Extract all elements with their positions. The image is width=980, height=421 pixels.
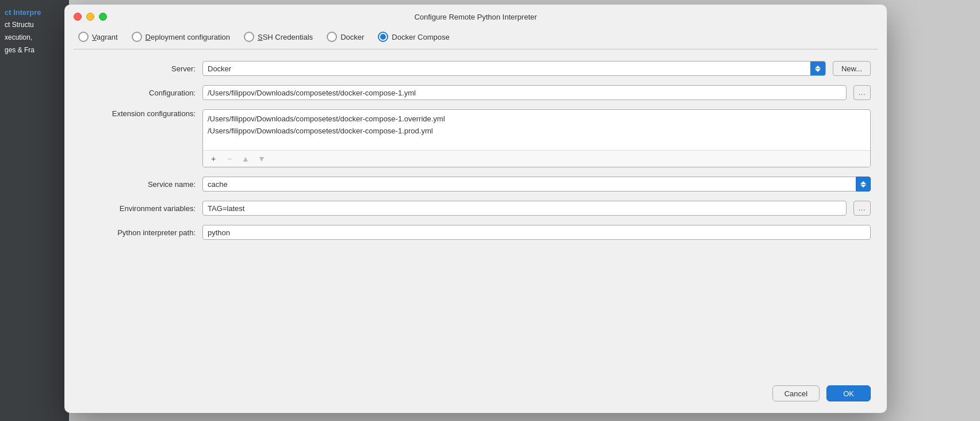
ide-line-3: xecution, <box>5 32 64 44</box>
close-button[interactable] <box>74 13 82 21</box>
ext-config-item-0: /Users/filippov/Downloads/composetest/do… <box>208 113 866 125</box>
interpreter-type-bar: Vagrant Deployment configuration SSH Cre… <box>64 27 887 49</box>
ide-sidebar-text: ct Interpre ct Structu xecution, ges & F… <box>0 0 69 62</box>
env-variables-row: Environment variables: ... <box>81 201 871 216</box>
radio-ssh-label: SSH Credentials <box>258 33 313 41</box>
new-server-button[interactable]: New... <box>833 61 871 76</box>
ide-line-4: ges & Fra <box>5 44 64 57</box>
extension-config-row: Extension configurations: /Users/filippo… <box>81 109 871 167</box>
service-select-arrow[interactable] <box>856 177 871 192</box>
radio-vagrant[interactable] <box>78 32 89 42</box>
radio-option-deployment[interactable]: Deployment configuration <box>132 32 230 42</box>
traffic-lights <box>74 13 107 21</box>
interpreter-path-input[interactable] <box>202 225 871 240</box>
ok-button[interactable]: OK <box>826 385 871 401</box>
service-name-input[interactable] <box>202 177 856 192</box>
configuration-input[interactable] <box>202 85 847 100</box>
service-arrow-up-icon <box>860 181 866 184</box>
extension-config-list: /Users/filippov/Downloads/composetest/do… <box>203 110 870 150</box>
ide-background: ct Interpre ct Structu xecution, ges & F… <box>0 0 69 421</box>
radio-docker-label: Docker <box>340 33 364 41</box>
arrow-down-icon <box>815 69 821 72</box>
remove-ext-config-button[interactable]: − <box>224 153 235 164</box>
service-name-label: Service name: <box>81 180 196 189</box>
ide-line-2: ct Structu <box>5 19 64 32</box>
add-ext-config-button[interactable]: + <box>208 153 219 164</box>
form-body: Server: Docker New... Configuration: ...… <box>64 49 887 376</box>
service-arrow-down-icon <box>860 185 866 187</box>
server-select-wrapper: Docker <box>202 61 826 76</box>
interpreter-path-row: Python interpreter path: <box>81 225 871 240</box>
extension-config-label: Extension configurations: <box>81 109 196 118</box>
server-row: Server: Docker New... <box>81 61 871 76</box>
env-variables-input[interactable] <box>202 201 847 216</box>
title-bar: Configure Remote Python Interpreter <box>64 5 887 27</box>
server-select-arrow[interactable] <box>810 62 825 75</box>
radio-option-docker-compose[interactable]: Docker Compose <box>378 32 449 42</box>
env-variables-browse-button[interactable]: ... <box>853 201 871 216</box>
configure-interpreter-dialog: Configure Remote Python Interpreter Vagr… <box>64 5 887 413</box>
maximize-button[interactable] <box>99 13 107 21</box>
move-up-ext-config-button[interactable]: ▲ <box>240 153 251 164</box>
radio-docker-compose[interactable] <box>378 32 388 42</box>
cancel-button[interactable]: Cancel <box>772 385 820 401</box>
dialog-footer: Cancel OK <box>64 376 887 413</box>
radio-option-ssh[interactable]: SSH Credentials <box>244 32 313 42</box>
server-label: Server: <box>81 64 196 73</box>
extension-config-group: /Users/filippov/Downloads/composetest/do… <box>202 109 871 167</box>
radio-docker[interactable] <box>327 32 337 42</box>
radio-vagrant-label: Vagrant <box>92 33 118 41</box>
radio-option-docker[interactable]: Docker <box>327 32 364 42</box>
configuration-row: Configuration: ... <box>81 85 871 100</box>
radio-deployment-label: Deployment configuration <box>146 33 230 41</box>
radio-deployment[interactable] <box>132 32 142 42</box>
ext-config-item-1: /Users/filippov/Downloads/composetest/do… <box>208 125 866 137</box>
move-down-ext-config-button[interactable]: ▼ <box>256 153 267 164</box>
arrow-up-icon <box>815 66 821 68</box>
env-variables-label: Environment variables: <box>81 204 196 213</box>
minimize-button[interactable] <box>86 13 94 21</box>
server-select-text: Docker <box>203 64 810 73</box>
radio-docker-compose-label: Docker Compose <box>392 33 449 41</box>
configuration-browse-button[interactable]: ... <box>853 85 871 100</box>
radio-ssh[interactable] <box>244 32 254 42</box>
interpreter-path-label: Python interpreter path: <box>81 228 196 237</box>
service-name-row: Service name: <box>81 177 871 192</box>
service-select-group <box>202 177 871 192</box>
ext-config-toolbar: + − ▲ ▼ <box>203 150 870 167</box>
dialog-title: Configure Remote Python Interpreter <box>414 13 537 21</box>
configuration-label: Configuration: <box>81 89 196 97</box>
ide-line-1: ct Interpre <box>5 6 64 19</box>
radio-option-vagrant[interactable]: Vagrant <box>78 32 118 42</box>
